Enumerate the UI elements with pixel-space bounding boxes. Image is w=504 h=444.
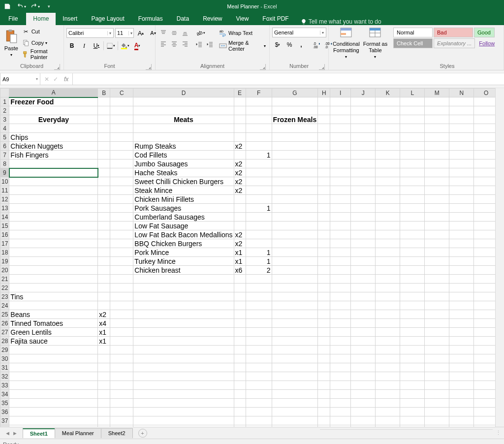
cell-E18[interactable]: x1 [234, 248, 246, 257]
cell-A33[interactable] [9, 381, 98, 390]
cell-D38[interactable] [133, 425, 234, 427]
sheet-nav-prev-icon[interactable]: ◄ [5, 430, 10, 436]
cell-J30[interactable] [351, 354, 376, 363]
cell-F1[interactable] [246, 97, 272, 106]
row-header-11[interactable]: 11 [0, 186, 9, 195]
redo-icon[interactable]: ▾ [30, 1, 40, 12]
cell-C35[interactable] [110, 399, 133, 408]
cell-D10[interactable]: Sweet Chilli Chicken Burgers [133, 177, 234, 186]
column-header-I[interactable]: I [330, 89, 351, 97]
cell-E29[interactable] [234, 346, 246, 354]
cell-E26[interactable] [234, 319, 246, 328]
cell-L26[interactable] [400, 319, 425, 328]
cell-I1[interactable] [330, 97, 351, 106]
cell-K33[interactable] [376, 381, 400, 390]
cell-C1[interactable] [110, 97, 133, 106]
cell-E20[interactable]: x6 [234, 266, 246, 275]
cell-N20[interactable] [449, 266, 474, 275]
cell-N4[interactable] [449, 124, 474, 133]
cell-N7[interactable] [449, 151, 474, 159]
cell-N10[interactable] [449, 177, 474, 186]
cell-C26[interactable] [110, 319, 133, 328]
cell-C3[interactable] [110, 115, 133, 124]
cell-E16[interactable]: x2 [234, 230, 246, 239]
cell-M22[interactable] [425, 284, 449, 292]
cell-N14[interactable] [449, 213, 474, 222]
sheet-nav-next-icon[interactable]: ► [12, 430, 18, 436]
cell-G30[interactable] [272, 354, 318, 363]
cell-D27[interactable] [133, 328, 234, 337]
column-header-J[interactable]: J [351, 89, 376, 97]
cell-L38[interactable] [400, 425, 425, 427]
cell-J6[interactable] [351, 142, 376, 151]
cell-L4[interactable] [400, 124, 425, 133]
cell-I19[interactable] [330, 257, 351, 266]
cell-K8[interactable] [376, 159, 400, 168]
cell-B38[interactable] [98, 425, 110, 427]
cell-K6[interactable] [376, 142, 400, 151]
cell-J20[interactable] [351, 266, 376, 275]
column-header-K[interactable]: K [376, 89, 400, 97]
cell-E8[interactable]: x2 [234, 159, 246, 168]
number-format-combo[interactable]: ▾ [272, 28, 326, 37]
select-all-corner[interactable] [0, 89, 9, 97]
cell-H32[interactable] [318, 372, 330, 381]
cell-G10[interactable] [272, 177, 318, 186]
new-sheet-button[interactable]: + [138, 429, 147, 438]
cell-F23[interactable] [246, 292, 272, 301]
row-header-18[interactable]: 18 [0, 248, 9, 257]
cell-C17[interactable] [110, 239, 133, 248]
cell-F11[interactable] [246, 186, 272, 195]
cell-A26[interactable]: Tinned Tomatoes [9, 319, 98, 328]
cell-E6[interactable]: x2 [234, 142, 246, 151]
cell-D11[interactable]: Steak Mince [133, 186, 234, 195]
cell-K27[interactable] [376, 328, 400, 337]
cell-I30[interactable] [330, 354, 351, 363]
cell-F22[interactable] [246, 284, 272, 292]
cell-C28[interactable] [110, 337, 133, 346]
cell-N9[interactable] [449, 168, 474, 177]
cell-G25[interactable] [272, 310, 318, 319]
cell-F6[interactable] [246, 142, 272, 151]
cell-H20[interactable] [318, 266, 330, 275]
cell-N24[interactable] [449, 301, 474, 310]
cell-K16[interactable] [376, 230, 400, 239]
cell-M12[interactable] [425, 195, 449, 204]
cell-J9[interactable] [351, 168, 376, 177]
cell-J16[interactable] [351, 230, 376, 239]
cell-K2[interactable] [376, 106, 400, 115]
cell-I36[interactable] [330, 408, 351, 416]
cell-N36[interactable] [449, 408, 474, 416]
align-center-button[interactable] [169, 38, 180, 49]
row-header-6[interactable]: 6 [0, 142, 9, 151]
cell-I9[interactable] [330, 168, 351, 177]
cell-H1[interactable] [318, 97, 330, 106]
cell-A19[interactable] [9, 257, 98, 266]
cell-N31[interactable] [449, 363, 474, 372]
cell-B9[interactable] [98, 168, 110, 177]
cell-A34[interactable] [9, 390, 98, 399]
cell-F38[interactable] [246, 425, 272, 427]
cell-L28[interactable] [400, 337, 425, 346]
cancel-formula-icon[interactable]: ✕ [44, 76, 49, 83]
cell-D8[interactable]: Jumbo Sausages [133, 159, 234, 168]
cell-F30[interactable] [246, 354, 272, 363]
cell-A15[interactable] [9, 222, 98, 230]
cell-E7[interactable] [234, 151, 246, 159]
cell-I8[interactable] [330, 159, 351, 168]
cell-C37[interactable] [110, 416, 133, 425]
cell-E4[interactable] [234, 124, 246, 133]
cell-K34[interactable] [376, 390, 400, 399]
cell-A23[interactable]: Tins [9, 292, 98, 301]
cell-J25[interactable] [351, 310, 376, 319]
cell-D33[interactable] [133, 381, 234, 390]
cell-N30[interactable] [449, 354, 474, 363]
cell-J22[interactable] [351, 284, 376, 292]
cell-J35[interactable] [351, 399, 376, 408]
cell-H34[interactable] [318, 390, 330, 399]
cell-F32[interactable] [246, 372, 272, 381]
cell-N3[interactable] [449, 115, 474, 124]
cell-H33[interactable] [318, 381, 330, 390]
cell-F13[interactable]: 1 [246, 204, 272, 213]
cell-N6[interactable] [449, 142, 474, 151]
